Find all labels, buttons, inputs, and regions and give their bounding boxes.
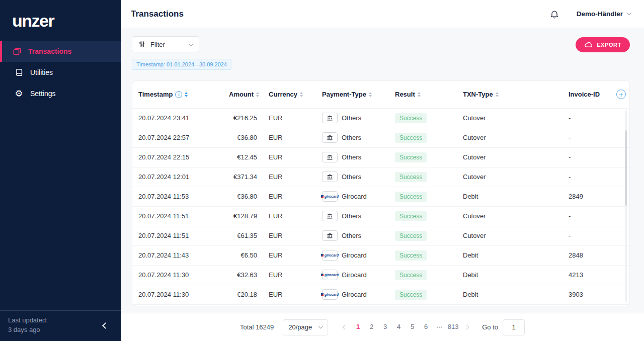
table-row[interactable]: 20.07.2024 12:01 €371.34 EUR girocard O xyxy=(132,167,629,187)
page-button[interactable]: 6 xyxy=(420,320,432,333)
table-row[interactable]: 20.07.2024 11:53 €36.80 EUR girocard Gi xyxy=(132,187,629,206)
page-button[interactable]: 813 xyxy=(447,320,459,333)
column-header-amount[interactable]: Amount xyxy=(223,81,259,108)
column-header-payment-type[interactable]: Payment-Type xyxy=(316,81,389,108)
info-icon[interactable]: i xyxy=(175,91,182,98)
sidebar-item-transactions[interactable]: Transactions xyxy=(0,41,121,62)
cell-invoice-id: 4213 xyxy=(562,265,610,285)
page-size-select[interactable]: 20/page xyxy=(283,319,328,335)
cell-invoice-id: - xyxy=(562,167,610,187)
result-badge: Success xyxy=(395,113,427,123)
export-button[interactable]: EXPORT xyxy=(576,37,630,52)
last-updated-value: 3 days ago xyxy=(8,325,48,335)
table-body: 20.07.2024 23:41 €216.25 EUR girocard O xyxy=(132,108,629,306)
payment-type-label: Girocard xyxy=(342,251,367,259)
cell-result: Success xyxy=(389,245,457,265)
table-scrollbar-thumb[interactable] xyxy=(625,130,627,206)
cell-currency: EUR xyxy=(259,187,316,206)
cell-currency: EUR xyxy=(259,206,316,226)
column-header-timestamp[interactable]: Timestamp i xyxy=(132,81,223,108)
table-row[interactable]: 20.07.2024 11:51 €128.79 EUR girocard O xyxy=(132,206,629,226)
content: Filter Timestamp: 01.01.2024 - 30.09.202… xyxy=(121,28,644,313)
table-row[interactable]: 20.07.2024 23:41 €216.25 EUR girocard O xyxy=(132,108,629,128)
filter-group: Filter Timestamp: 01.01.2024 - 30.09.202… xyxy=(132,36,231,70)
sidebar-item-label: Settings xyxy=(30,90,56,98)
cell-payment-type: girocard Others xyxy=(316,226,389,245)
collapse-sidebar-icon[interactable] xyxy=(102,322,109,329)
cell-currency: EUR xyxy=(259,108,316,128)
sidebar-item-settings[interactable]: ⚙ Settings xyxy=(0,83,121,104)
cell-txn-type: Debit xyxy=(457,285,562,304)
transactions-icon xyxy=(12,47,22,56)
sort-icon xyxy=(496,92,499,97)
bank-icon xyxy=(322,230,338,241)
cell-result: Success xyxy=(389,147,457,167)
table-row[interactable]: 20.07.2024 22:15 €12.45 EUR girocard Ot xyxy=(132,147,629,167)
filter-button[interactable]: Filter xyxy=(132,36,199,52)
table-row[interactable]: 20.07.2024 11:51 €61.35 EUR girocard Ot xyxy=(132,226,629,245)
column-header-currency[interactable]: Currency xyxy=(259,81,316,108)
table-row[interactable]: 20.07.2024 11:30 €20.18 EUR girocard Gi xyxy=(132,285,629,304)
cell-currency xyxy=(259,304,316,306)
cell-amount: €371.34 xyxy=(223,167,259,187)
sidebar-footer: Last updated: 3 days ago xyxy=(0,310,121,341)
cell-amount: €36.80 xyxy=(223,128,259,147)
sidebar-item-utilities[interactable]: Utilities xyxy=(0,62,121,83)
payment-type-label: Others xyxy=(342,134,361,141)
result-badge: Success xyxy=(395,152,427,162)
column-header-invoice-id[interactable]: Invoice-ID xyxy=(562,81,610,108)
unzer-logo: unzer xyxy=(0,0,121,41)
table-row[interactable]: 20.07.2024 11:43 €6.50 EUR girocard Gir xyxy=(132,245,629,265)
timestamp-filter-tag: Timestamp: 01.01.2024 - 30.09.2024 xyxy=(132,59,231,70)
cell-payment-type: girocard Others xyxy=(316,108,389,128)
page-button[interactable]: 1 xyxy=(352,320,364,333)
column-header-result[interactable]: Result xyxy=(389,81,457,108)
next-page-button[interactable] xyxy=(460,321,473,334)
chevron-down-icon xyxy=(189,41,194,46)
goto-label: Go to xyxy=(482,323,498,331)
cell-txn-type: Cutover xyxy=(457,108,562,128)
add-column-icon[interactable]: + xyxy=(616,90,626,99)
cell-invoice-id: - xyxy=(562,108,610,128)
merchant-dropdown[interactable]: Demo-Händler xyxy=(577,10,631,18)
cell-timestamp: 20.07.2024 11:51 xyxy=(132,226,223,245)
sort-icon xyxy=(256,92,259,97)
page-button[interactable]: 2 xyxy=(365,320,378,333)
cell-result: Success xyxy=(389,226,457,245)
table-scrollbar-track xyxy=(625,110,627,302)
filter-label: Filter xyxy=(150,41,165,48)
cell-payment-type: girocard Girocard xyxy=(316,285,389,304)
cell-payment-type: girocard Girocard xyxy=(316,265,389,285)
page-button[interactable]: 5 xyxy=(406,320,419,333)
cell-amount xyxy=(223,304,259,306)
cell-currency: EUR xyxy=(259,167,316,187)
payment-type-label: Others xyxy=(342,232,361,239)
previous-page-button[interactable] xyxy=(338,321,351,334)
sort-icon xyxy=(418,92,421,97)
payment-type-label: Girocard xyxy=(342,291,367,298)
page-buttons: 123456•••813 xyxy=(351,320,460,334)
cell-invoice-id: 2848 xyxy=(562,245,610,265)
table-row[interactable]: girocard xyxy=(132,304,629,306)
cell-timestamp xyxy=(132,304,223,306)
cell-timestamp: 20.07.2024 11:30 xyxy=(132,265,223,285)
goto-page-input[interactable] xyxy=(503,319,525,335)
cell-currency: EUR xyxy=(259,147,316,167)
column-header-txn-type[interactable]: TXN-Type xyxy=(457,81,562,108)
cell-txn-type: Debit xyxy=(457,245,562,265)
result-badge: Success xyxy=(395,133,427,143)
cell-amount: €61.35 xyxy=(223,226,259,245)
export-label: EXPORT xyxy=(597,42,621,48)
cell-txn-type: Debit xyxy=(457,187,562,206)
page-button[interactable]: 3 xyxy=(379,320,391,333)
cell-timestamp: 20.07.2024 11:51 xyxy=(132,206,223,226)
page-button[interactable]: 4 xyxy=(392,320,405,333)
chevron-down-icon xyxy=(627,11,632,16)
page-ellipsis[interactable]: ••• xyxy=(433,321,446,334)
table-row[interactable]: 20.07.2024 11:30 €32.63 EUR girocard Gi xyxy=(132,265,629,285)
payment-type-label: Others xyxy=(342,114,361,122)
notification-bell-icon[interactable] xyxy=(549,9,559,19)
cell-result: Success xyxy=(389,265,457,285)
table-row[interactable]: 20.07.2024 22:57 €36.80 EUR girocard Ot xyxy=(132,128,629,147)
bank-icon xyxy=(322,152,338,162)
